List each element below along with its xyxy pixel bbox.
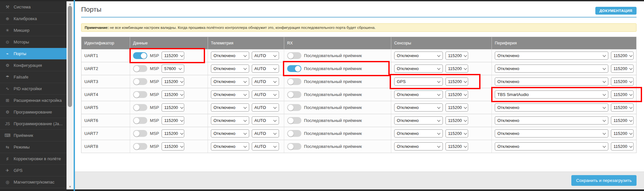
telemetry-baud-select[interactable]: AUTO (252, 142, 279, 150)
serial-rx-toggle[interactable] (287, 65, 301, 72)
scroll-down-arrow-icon[interactable]: ▼ (67, 185, 74, 189)
sidebar-item-programming-js[interactable]: JS Программирование (Ja... (0, 118, 67, 130)
peripherals-select[interactable]: Отключено (495, 52, 608, 60)
data-msp-toggle[interactable] (133, 52, 147, 59)
sidebar-item-system[interactable]: ⚒ Система (0, 1, 67, 13)
sidebar-item-magnetometer[interactable]: ◎ Магнитометр/компас (0, 176, 67, 188)
scroll-up-arrow-icon[interactable]: ▲ (67, 2, 74, 6)
serial-rx-toggle[interactable] (287, 52, 301, 59)
sidebar-item-ports[interactable]: ⌁ Порты (0, 48, 67, 60)
peripherals-select[interactable]: TBS SmartAudio (495, 90, 608, 99)
data-baud-select[interactable]: 57600 (162, 65, 184, 73)
data-msp-toggle[interactable] (133, 65, 147, 72)
telemetry-select[interactable]: Отключено (211, 142, 249, 150)
telemetry-baud-select[interactable]: AUTO (252, 52, 279, 60)
serial-rx-toggle[interactable] (287, 143, 301, 150)
serial-rx-toggle[interactable] (287, 117, 301, 124)
peripherals-baud-select[interactable]: 115200 (611, 65, 634, 73)
telemetry-select[interactable]: Отключено (211, 52, 249, 60)
sidebar-item-pid-tuning[interactable]: ∿ PID настройки (0, 83, 67, 95)
peripherals-select[interactable]: Отключено (495, 116, 608, 125)
data-msp-toggle[interactable] (133, 104, 147, 111)
sensors-select[interactable]: GPS (394, 78, 443, 86)
data-baud-select[interactable]: 115200 (162, 142, 184, 150)
footer-bar: Сохранить и перезагрузить (75, 172, 644, 189)
sidebar-item-calibration[interactable]: ⊕ Калибровка (0, 13, 67, 25)
chevron-down-icon (437, 105, 441, 109)
sidebar-item-modes[interactable]: ⇆ Режимы (0, 141, 67, 153)
telemetry-baud-select[interactable]: AUTO (252, 90, 279, 99)
sensors-select[interactable]: Отключено (394, 142, 443, 150)
sensors-baud-select[interactable]: 115200 (445, 116, 468, 125)
sensors-select[interactable]: Отключено (394, 90, 443, 99)
sidebar-item-programming[interactable]: ⚙ Программирование (0, 106, 67, 118)
telemetry-select[interactable]: Отключено (211, 65, 249, 73)
data-msp-toggle[interactable] (133, 78, 147, 85)
peripherals-baud-select[interactable]: 115200 (611, 116, 634, 125)
peripherals-baud-select[interactable]: 115200 (611, 78, 634, 86)
sensors-select[interactable]: Отключено (394, 116, 443, 125)
sidebar-item-configuration[interactable]: ⚙ Конфигурация (0, 60, 67, 71)
telemetry-baud-select[interactable]: AUTO (252, 103, 279, 112)
sensors-cell: Отключено 115200 (391, 49, 492, 62)
sidebar-item-motors[interactable]: ⊙ Моторы (0, 36, 67, 48)
peripherals-select[interactable]: Отключено (495, 65, 608, 73)
sidebar-item-failsafe[interactable]: ☂ Failsafe (0, 71, 67, 83)
peripherals-select[interactable]: Отключено (495, 142, 608, 150)
serial-rx-toggle[interactable] (287, 104, 301, 111)
telemetry-select[interactable]: Отключено (211, 103, 249, 112)
peripherals-select[interactable]: Отключено (495, 103, 608, 112)
telemetry-select[interactable]: Отключено (211, 90, 249, 99)
sidebar-item-mixer[interactable]: ✳ Микшер (0, 25, 67, 36)
sensors-baud-select[interactable]: 115200 (445, 90, 468, 99)
data-msp-toggle[interactable] (133, 143, 147, 150)
sensors-baud-select[interactable]: 115200 (445, 65, 468, 73)
sensors-select[interactable]: Отключено (394, 52, 443, 60)
telemetry-select[interactable]: Отключено (211, 129, 249, 137)
peripherals-baud-select[interactable]: 115200 (611, 142, 634, 150)
documentation-button[interactable]: ДОКУМЕНТАЦИЯ (595, 7, 637, 15)
uart-identifier: UART7 (84, 131, 98, 136)
telemetry-baud-select[interactable]: AUTO (252, 129, 279, 137)
sensors-baud-select[interactable]: 115200 (445, 142, 468, 150)
telemetry-baud-select[interactable]: AUTO (252, 65, 279, 73)
chevron-down-icon (180, 92, 183, 96)
sensors-select[interactable]: Отключено (394, 65, 443, 73)
sensors-baud-select[interactable]: 115200 (445, 52, 468, 60)
sensors-select[interactable]: Отключено (394, 129, 443, 137)
data-baud-select[interactable]: 115200 (162, 90, 184, 99)
telemetry-select[interactable]: Отключено (211, 116, 249, 125)
data-baud-select[interactable]: 115200 (162, 52, 184, 60)
data-baud-select[interactable]: 115200 (162, 116, 184, 125)
sensors-baud-select[interactable]: 115200 (445, 78, 468, 86)
peripherals-baud-select[interactable]: 115200 (611, 103, 634, 112)
sensors-baud-select[interactable]: 115200 (445, 129, 468, 137)
telemetry-select[interactable]: Отключено (211, 78, 249, 86)
save-and-reboot-button[interactable]: Сохранить и перезагрузить (571, 175, 637, 186)
sidebar-item-gps[interactable]: ✈ GPS (0, 165, 67, 176)
sidebar-item-adjustments[interactable]: ♯ Корректировки в полёте (0, 153, 67, 165)
serial-rx-toggle[interactable] (287, 130, 301, 137)
sensors-baud-select[interactable]: 115200 (445, 103, 468, 112)
data-baud-select[interactable]: 115200 (162, 78, 184, 86)
scrollbar-thumb[interactable] (68, 6, 72, 107)
telemetry-baud-select[interactable]: AUTO (252, 116, 279, 125)
data-baud-select[interactable]: 115200 (162, 103, 184, 112)
data-baud-select[interactable]: 115200 (162, 129, 184, 137)
data-msp-toggle[interactable] (133, 117, 147, 124)
peripherals-baud-select[interactable]: 115200 (611, 129, 634, 137)
data-msp-toggle[interactable] (133, 130, 147, 137)
peripherals-select[interactable]: Отключено (495, 78, 608, 86)
chevron-down-icon (464, 131, 467, 135)
peripherals-select[interactable]: Отключено (495, 129, 608, 137)
telemetry-baud-select[interactable]: AUTO (252, 78, 279, 86)
data-msp-toggle[interactable] (133, 91, 147, 98)
sidebar-item-receiver[interactable]: ⌨ Приёмник (0, 130, 67, 141)
serial-rx-toggle[interactable] (287, 78, 301, 85)
peripherals-baud-select[interactable]: 115200 (611, 90, 634, 99)
peripherals-baud-select[interactable]: 115200 (611, 52, 634, 60)
serial-rx-toggle[interactable] (287, 91, 301, 98)
sidebar-scrollbar[interactable]: ▲ ▼ (67, 1, 74, 189)
sensors-select[interactable]: Отключено (394, 103, 443, 112)
sidebar-item-advanced-tuning[interactable]: ⊞ Расширенная настройка (0, 95, 67, 106)
